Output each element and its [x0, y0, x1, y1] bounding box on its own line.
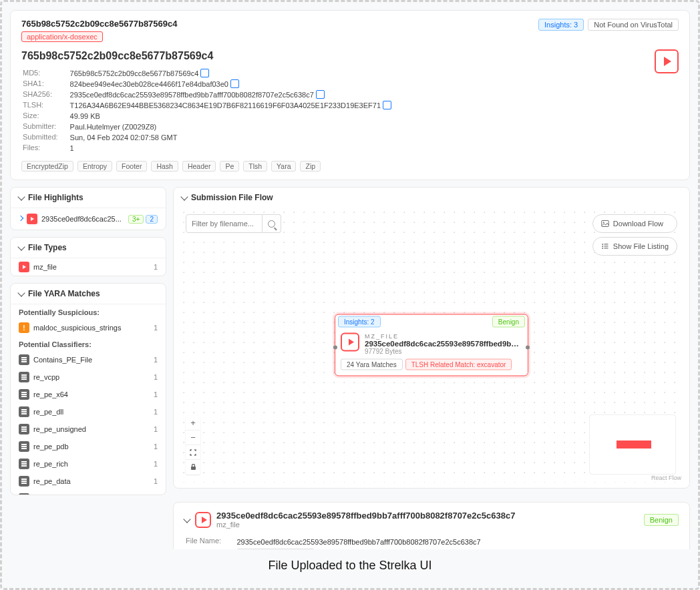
yara-count: 1 — [154, 477, 158, 485]
lock-button[interactable] — [186, 460, 200, 475]
flow-node[interactable]: Insights: 2 Benign MZ_FILE 2935ce0edf8dc… — [335, 314, 528, 376]
file-icon-play — [655, 49, 679, 73]
svg-point-2 — [602, 244, 603, 245]
chevron-down-icon[interactable] — [17, 193, 25, 200]
yara-rule-name: re_vcpp — [33, 373, 59, 381]
meta-label: Submitted: — [23, 133, 69, 142]
yara-row[interactable]: re_pe_pdata 1 — [11, 490, 166, 495]
copy-icon[interactable] — [384, 102, 391, 109]
rule-icon — [19, 424, 29, 434]
search-button[interactable] — [262, 214, 281, 233]
file-types-panel: File Types mz_file 1 — [10, 237, 166, 276]
chip: Zip — [300, 161, 321, 172]
meta-label: Submitter: — [23, 122, 69, 131]
show-file-listing-button[interactable]: Show File Listing — [592, 237, 677, 256]
benign-badge: Benign — [644, 514, 679, 526]
list-icon — [601, 242, 609, 250]
yara-row[interactable]: re_pe_pdb 1 — [11, 438, 166, 455]
yara-count: 1 — [154, 442, 158, 451]
badge-count: 2 — [146, 215, 158, 224]
zoom-out-button[interactable]: − — [186, 430, 200, 445]
yara-count: 1 — [154, 356, 158, 364]
node-handle-right[interactable] — [526, 345, 530, 349]
detail-mime: application/x-dosexec — [236, 549, 315, 549]
rule-icon — [19, 389, 29, 400]
yara-row[interactable]: re_pe_unsigned 1 — [11, 420, 166, 438]
chevron-right-icon — [18, 216, 23, 221]
rule-icon — [19, 372, 29, 382]
yara-rule-name: maldoc_suspicious_strings — [33, 324, 121, 332]
detail-file-hash: 2935ce0edf8dc6cac25593e89578ffbed9bb7aff… — [216, 511, 639, 521]
node-handle-left[interactable] — [333, 345, 337, 349]
meta-label: SHA1: — [23, 79, 69, 89]
chip: Yara — [271, 161, 296, 172]
section-heading: Potential Classifiers: — [11, 336, 166, 351]
yara-rule-name: re_pe_x64 — [33, 390, 68, 398]
chevron-down-icon[interactable] — [180, 193, 188, 200]
yara-row[interactable]: ! maldoc_suspicious_strings 1 — [11, 319, 166, 336]
yara-row[interactable]: Contains_PE_File 1 — [11, 351, 166, 368]
submission-header-card: 765b98c5752c2b09cc8e5677b87569c4 applica… — [10, 10, 690, 180]
submission-flow-panel: Submission File Flow Download Flow — [173, 187, 690, 489]
yara-row[interactable]: re_pe_dll 1 — [11, 403, 166, 420]
copy-icon[interactable] — [232, 81, 239, 88]
yara-rule-name: re_pe_dll — [33, 408, 63, 416]
file-icon-play — [341, 333, 359, 352]
svg-point-6 — [602, 248, 603, 249]
yara-row[interactable]: re_pe_rich 1 — [11, 455, 166, 473]
file-detail-panel: 2935ce0edf8dc6cac25593e89578ffbed9bb7aff… — [173, 502, 690, 549]
flow-minimap[interactable] — [589, 414, 676, 475]
highlight-name: 2935ce0edf8dc6cac25... — [41, 215, 124, 223]
chevron-down-icon[interactable] — [17, 289, 25, 296]
rule-icon — [19, 441, 29, 452]
yara-count: 1 — [154, 425, 158, 433]
yara-row[interactable]: re_pe_x64 1 — [11, 386, 166, 403]
yara-row[interactable]: re_vcpp 1 — [11, 368, 166, 386]
node-filename: 2935ce0edf8dc6cac25593e89578ffbed9bb7aff… — [365, 340, 522, 348]
file-type-count: 1 — [154, 263, 158, 271]
node-size: 97792 Bytes — [365, 348, 522, 355]
node-tag-tlsh: TLSH Related Match: excavator — [405, 359, 512, 370]
yara-count: 1 — [154, 324, 158, 332]
scanner-chips: EncryptedZip Entropy Footer Hash Header … — [21, 161, 679, 172]
chip: Hash — [151, 161, 178, 172]
node-tag-yara: 24 Yara Matches — [341, 359, 403, 370]
yara-rule-name: re_pe_data — [33, 477, 71, 485]
file-icon — [19, 262, 29, 272]
file-type-row[interactable]: mz_file 1 — [11, 258, 166, 276]
image-icon — [601, 220, 609, 228]
warning-icon: ! — [19, 322, 29, 333]
chevron-down-icon[interactable] — [183, 515, 190, 523]
yara-matches-panel: File YARA Matches Potentially Suspicious… — [10, 283, 166, 495]
highlight-row[interactable]: 2935ce0edf8dc6cac25... 3+ 2 — [11, 208, 166, 230]
meta-label: Size: — [23, 111, 69, 121]
fit-view-button[interactable] — [186, 445, 200, 460]
flow-canvas[interactable]: Download Flow Show File Listing — [179, 208, 684, 483]
mime-pill: application/x-dosexec — [21, 31, 103, 42]
meta-label: TLSH: — [23, 101, 69, 110]
meta-label: Files: — [23, 143, 69, 153]
panel-title: File Highlights — [28, 193, 83, 202]
panel-title: File Types — [28, 243, 67, 252]
zoom-in-button[interactable]: + — [186, 416, 200, 430]
filter-filename-input[interactable] — [186, 214, 262, 233]
rule-icon — [19, 406, 29, 417]
copy-icon[interactable] — [202, 70, 209, 77]
chevron-down-icon[interactable] — [17, 243, 25, 250]
detail-label: MIME Type: — [186, 549, 235, 549]
flow-controls: + − — [186, 416, 200, 475]
yara-row[interactable]: re_pe_data 1 — [11, 473, 166, 490]
copy-icon[interactable] — [317, 91, 325, 99]
yara-count: 1 — [154, 390, 158, 398]
rule-icon — [19, 459, 29, 469]
file-highlights-panel: File Highlights 2935ce0edf8dc6cac25... 3… — [10, 187, 166, 230]
file-icon-play — [195, 512, 211, 528]
rule-icon — [19, 493, 29, 495]
figure-caption: File Uploaded to the Strelka UI — [10, 559, 690, 573]
search-icon — [268, 220, 275, 228]
download-flow-button[interactable]: Download Flow — [592, 214, 677, 233]
section-heading: Potentially Suspicious: — [11, 304, 166, 319]
svg-rect-8 — [191, 467, 196, 470]
chip: Pe — [220, 161, 239, 172]
node-type: MZ_FILE — [365, 333, 522, 340]
